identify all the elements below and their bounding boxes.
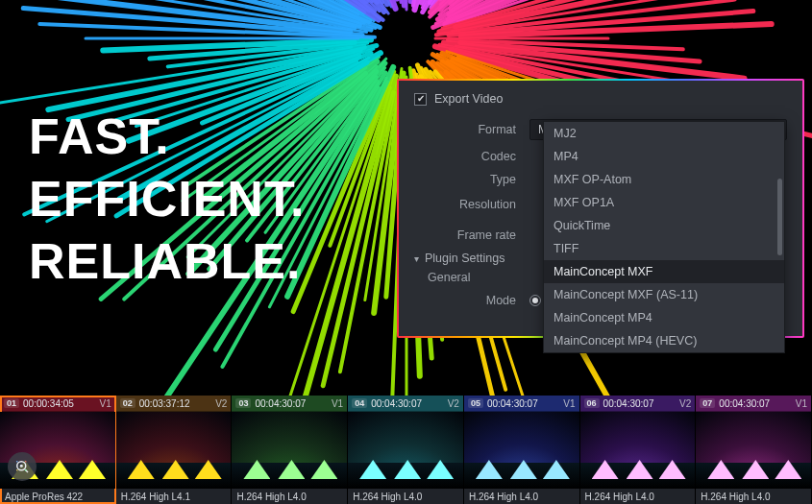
timeline-clip[interactable]: 0400:04:30:07V2H.264 High L4.0 (348, 396, 464, 504)
clip-header: 0700:04:30:07V1 (696, 396, 811, 412)
timeline-clip[interactable]: 0600:04:30:07V2H.264 High L4.0 (580, 396, 697, 504)
format-option[interactable]: MXF OP1A (544, 191, 784, 214)
clip-codec: H.264 High L4.0 (348, 489, 463, 504)
plugin-settings-label: Plugin Settings (425, 252, 504, 265)
scrollbar-thumb[interactable] (777, 179, 782, 255)
clip-track: V1 (332, 398, 343, 409)
clip-timecode: 00:04:30:07 (719, 398, 791, 409)
clip-index: 06 (584, 398, 600, 408)
resolution-label: Resolution (414, 198, 529, 211)
mode-label: Mode (414, 294, 529, 307)
clip-header: 0200:03:37:12V2 (116, 396, 232, 412)
clip-thumbnail (116, 412, 232, 489)
svg-point-162 (16, 461, 18, 463)
format-option[interactable]: QuickTime (544, 214, 784, 237)
format-option[interactable]: MainConcept MXF (544, 260, 784, 283)
clip-index: 03 (235, 398, 251, 408)
svg-point-163 (25, 461, 27, 463)
timeline-clip[interactable]: 0700:04:30:07V1H.264 High L4.0 (696, 396, 812, 504)
frame-rate-label: Frame rate (414, 228, 529, 242)
clip-timecode: 00:04:30:07 (603, 398, 676, 409)
clip-thumbnail (232, 412, 347, 489)
clip-timecode: 00:03:37:12 (139, 398, 211, 409)
export-video-checkbox[interactable]: ✔ (414, 93, 427, 106)
headline: FAST. EFFICIENT. RELIABLE. (29, 106, 305, 293)
export-video-row: ✔ Export Video (414, 92, 787, 106)
headline-line-2: EFFICIENT. (29, 168, 305, 230)
codec-label: Codec (414, 150, 529, 163)
general-label: General (414, 271, 529, 284)
timeline-clip[interactable]: 0100:00:34:05V1Apple ProRes 422 (0, 396, 116, 504)
svg-point-161 (20, 465, 23, 468)
clip-timecode: 00:04:30:07 (255, 398, 327, 409)
timeline-clip[interactable]: 0500:04:30:07V1H.264 High L4.0 (464, 396, 580, 504)
clip-codec: H.264 High L4.0 (464, 489, 579, 504)
clip-thumbnail (464, 412, 579, 489)
format-option[interactable]: MP4 (544, 145, 784, 168)
clip-index: 05 (468, 398, 483, 408)
export-panel: ✔ Export Video Format MainConcept MXF ▾ … (399, 81, 802, 336)
clip-header: 0600:04:30:07V2 (580, 396, 696, 412)
clip-timecode: 00:04:30:07 (487, 398, 559, 409)
clip-timecode: 00:00:34:05 (23, 398, 95, 409)
export-panel-border: ✔ Export Video Format MainConcept MXF ▾ … (397, 79, 804, 338)
dropdown-scrollbar[interactable] (777, 126, 782, 348)
clip-track: V1 (99, 398, 111, 409)
format-label: Format (414, 123, 529, 136)
clip-codec: H.264 High L4.1 (116, 489, 232, 504)
clip-index: 01 (4, 398, 19, 408)
clip-track: V2 (448, 398, 459, 409)
format-option[interactable]: MainConcept MXF (AS-11) (544, 283, 784, 306)
headline-line-1: FAST. (29, 106, 305, 168)
format-option[interactable]: MainConcept MP4 (HEVC) (544, 329, 784, 352)
clip-track: V1 (563, 398, 575, 409)
clip-index: 02 (120, 398, 135, 408)
svg-point-164 (16, 469, 18, 471)
mode-pal-radio[interactable] (529, 295, 541, 306)
clip-header: 0300:04:30:07V1 (232, 396, 347, 412)
type-label: Type (414, 173, 529, 186)
format-dropdown[interactable]: MJ2MP4MXF OP-AtomMXF OP1AQuickTimeTIFFMa… (543, 121, 785, 353)
timeline: 0100:00:34:05V1Apple ProRes 4220200:03:3… (0, 396, 812, 504)
clip-header: 0100:00:34:05V1 (0, 396, 115, 412)
clip-index: 04 (352, 398, 367, 408)
export-video-label: Export Video (434, 92, 503, 106)
clip-codec: H.264 High L4.0 (696, 489, 811, 504)
clip-header: 0400:04:30:07V2 (348, 396, 463, 412)
clip-track: V2 (679, 398, 691, 409)
timeline-clip[interactable]: 0300:04:30:07V1H.264 High L4.0 (232, 396, 348, 504)
clip-track: V1 (796, 398, 807, 409)
chevron-down-icon: ▾ (414, 253, 419, 264)
svg-point-165 (25, 469, 27, 471)
visual-search-button[interactable] (8, 452, 37, 481)
clip-thumbnail (580, 412, 696, 489)
clip-codec: H.264 High L4.0 (232, 489, 347, 504)
clip-codec: H.264 High L4.0 (580, 489, 696, 504)
lens-icon (13, 458, 31, 475)
clip-thumbnail (696, 412, 811, 489)
format-option[interactable]: TIFF (544, 237, 784, 260)
headline-line-3: RELIABLE. (29, 230, 305, 293)
format-option[interactable]: MainConcept MP4 (544, 306, 784, 329)
clip-thumbnail (348, 412, 463, 489)
timeline-clip[interactable]: 0200:03:37:12V2H.264 High L4.1 (116, 396, 233, 504)
clip-index: 07 (700, 398, 715, 408)
clip-track: V2 (215, 398, 227, 409)
clip-codec: Apple ProRes 422 (0, 489, 115, 504)
clip-header: 0500:04:30:07V1 (464, 396, 579, 412)
format-option[interactable]: MXF OP-Atom (544, 168, 784, 191)
clip-timecode: 00:04:30:07 (371, 398, 443, 409)
format-option[interactable]: MJ2 (544, 122, 784, 145)
